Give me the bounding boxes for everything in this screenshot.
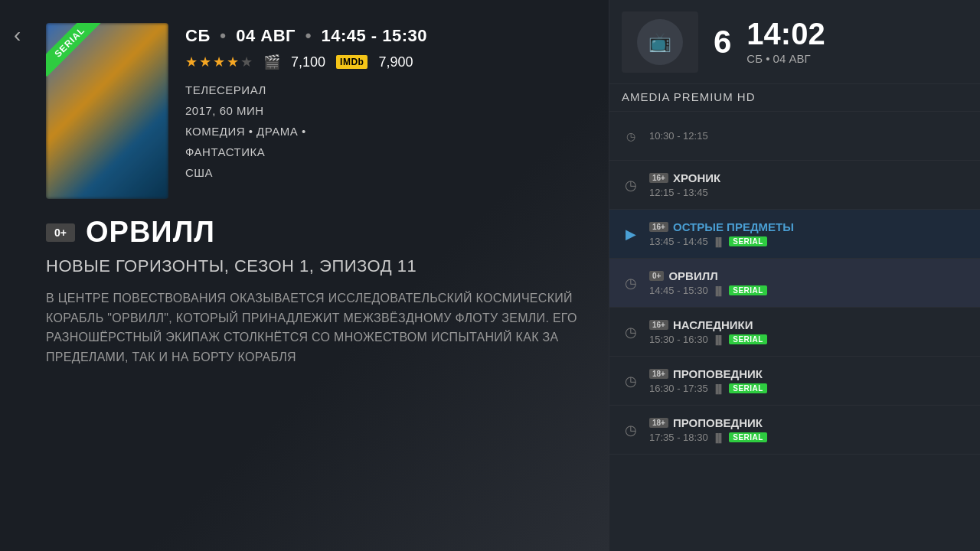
photo-icon: ▐▌	[713, 384, 725, 393]
clock-icon: ◷	[620, 174, 642, 196]
serial-tag: SERIAL	[729, 285, 767, 295]
genre-block: ТЕЛЕСЕРИАЛ 2017, 60 МИН КОМЕДИЯ • ДРАМА …	[185, 80, 586, 183]
sched-time: 14:45 - 15:30	[649, 285, 708, 296]
sched-time-line: 17:35 - 18:30 ▐▌ SERIAL	[649, 432, 969, 443]
schedule-list[interactable]: ◷ 10:30 - 12:15 ◷ 16+ ХРОНИК 12:15 - 13:…	[609, 112, 980, 551]
dot1: •	[220, 26, 226, 45]
show-title: ОРВИЛЛ	[86, 216, 215, 249]
genre-sub: ФАНТАСТИКА	[185, 142, 586, 162]
right-panel: 📺 6 14:02 СБ • 04 АВГ AMEDIA PREMIUM HD …	[609, 0, 980, 551]
serial-tag: SERIAL	[729, 432, 767, 442]
sched-title-line: 0+ ОРВИЛЛ	[649, 269, 969, 282]
broadcast-day: СБ	[185, 26, 211, 45]
schedule-item[interactable]: ◷ 16+ ХРОНИК 12:15 - 13:45	[609, 161, 980, 210]
top-section: SERIAL СБ • 04 АВГ • 14:45 - 15:30 ★ ★ ★…	[46, 23, 586, 199]
sched-time: 17:35 - 18:30	[649, 432, 708, 443]
sched-age-badge: 0+	[649, 271, 664, 281]
sched-time-line: 15:30 - 16:30 ▐▌ SERIAL	[649, 334, 969, 345]
schedule-item[interactable]: ◷ 18+ ПРОПОВЕДНИК 17:35 - 18:30 ▐▌ SERIA…	[609, 406, 980, 455]
title-line: 0+ ОРВИЛЛ	[46, 216, 586, 249]
star-3: ★	[213, 54, 225, 70]
sched-age-badge: 18+	[649, 369, 668, 379]
back-button[interactable]: ‹	[14, 23, 21, 47]
sched-age-badge: 16+	[649, 173, 668, 183]
schedule-item[interactable]: ◷ 10:30 - 12:15	[609, 112, 980, 161]
sched-title: ОРВИЛЛ	[668, 269, 717, 282]
star-2: ★	[199, 54, 211, 70]
sched-time: 16:30 - 17:35	[649, 383, 708, 394]
sched-age-badge: 16+	[649, 222, 668, 232]
poster: SERIAL	[46, 23, 168, 199]
sched-time-line: 13:45 - 14:45 ▐▌ SERIAL	[649, 236, 969, 247]
clock-icon: ◷	[620, 419, 642, 441]
sched-time-line: 16:30 - 17:35 ▐▌ SERIAL	[649, 383, 969, 394]
serial-tag: SERIAL	[729, 334, 767, 344]
sched-title: ПРОПОВЕДНИК	[673, 367, 763, 380]
sched-content: 18+ ПРОПОВЕДНИК 17:35 - 18:30 ▐▌ SERIAL	[649, 416, 969, 443]
clock-icon: ◷	[620, 370, 642, 392]
sched-time: 12:15 - 13:45	[649, 187, 708, 198]
schedule-item[interactable]: ◷ 18+ ПРОПОВЕДНИК 16:30 - 17:35 ▐▌ SERIA…	[609, 357, 980, 406]
sched-age-badge: 16+	[649, 320, 668, 330]
sched-time-line: 12:15 - 13:45	[649, 187, 969, 198]
current-time: 14:02	[746, 18, 968, 49]
schedule-item[interactable]: ◷ 0+ ОРВИЛЛ 14:45 - 15:30 ▐▌ SERIAL	[609, 259, 980, 308]
sched-title-line: 16+ ХРОНИК	[649, 171, 969, 184]
sched-title-line: 18+ ПРОПОВЕДНИК	[649, 416, 969, 429]
channel-logo-icon: 📺	[637, 19, 683, 65]
broadcast-time-start: 14:45	[321, 26, 366, 45]
broadcast-time-end: 15:30	[382, 26, 427, 45]
meta-block: СБ • 04 АВГ • 14:45 - 15:30 ★ ★ ★ ★ ★ 🎬 …	[185, 23, 586, 199]
channel-number: 6	[698, 24, 746, 60]
episode-title: НОВЫЕ ГОРИЗОНТЫ, СЕЗОН 1, ЭПИЗОД 11	[46, 256, 586, 276]
sched-content: 16+ ХРОНИК 12:15 - 13:45	[649, 171, 969, 198]
left-panel: ‹ SERIAL СБ • 04 АВГ • 14:45 - 15:30 ★	[0, 0, 609, 551]
sched-title: ПРОПОВЕДНИК	[673, 416, 763, 429]
photo-icon: ▐▌	[713, 433, 725, 442]
genre-country: США	[185, 162, 586, 183]
sched-content: 18+ ПРОПОВЕДНИК 16:30 - 17:35 ▐▌ SERIAL	[649, 367, 969, 394]
channel-logo: 📺	[622, 11, 698, 73]
serial-tag: SERIAL	[729, 236, 767, 246]
genre-year-dur: 2017, 60 МИН	[185, 100, 586, 121]
genre-genres: КОМЕДИЯ • ДРАМА •	[185, 121, 586, 142]
channel-time-info: 14:02 СБ • 04 АВГ	[746, 18, 968, 65]
photo-icon: ▐▌	[713, 237, 725, 246]
sched-time-line: 10:30 - 12:15	[649, 130, 969, 142]
sched-content: 16+ НАСЛЕДНИКИ 15:30 - 16:30 ▐▌ SERIAL	[649, 318, 969, 345]
broadcast-date: 04 АВГ	[236, 26, 296, 45]
sched-title: ХРОНИК	[673, 171, 720, 184]
schedule-item[interactable]: ▶ 16+ ОСТРЫЕ ПРЕДМЕТЫ 13:45 - 14:45 ▐▌ S…	[609, 210, 980, 259]
serial-tag: SERIAL	[729, 383, 767, 393]
serial-badge-wrap: SERIAL	[46, 23, 107, 84]
sched-time: 15:30 - 16:30	[649, 334, 708, 345]
sched-time: 10:30 - 12:15	[649, 130, 708, 142]
sched-title-line: 18+ ПРОПОВЕДНИК	[649, 367, 969, 380]
dot2: •	[305, 26, 312, 45]
imdb-badge: IMDb	[336, 55, 368, 69]
star-5: ★	[240, 54, 253, 70]
sched-title-line: 16+ НАСЛЕДНИКИ	[649, 318, 969, 331]
sched-content: 16+ ОСТРЫЕ ПРЕДМЕТЫ 13:45 - 14:45 ▐▌ SER…	[649, 220, 969, 247]
sched-age-badge: 18+	[649, 418, 668, 428]
sched-title: ОСТРЫЕ ПРЕДМЕТЫ	[673, 220, 794, 233]
schedule-item[interactable]: ◷ 16+ НАСЛЕДНИКИ 15:30 - 16:30 ▐▌ SERIAL	[609, 308, 980, 357]
star-4: ★	[227, 54, 239, 70]
photo-icon: ▐▌	[713, 335, 725, 344]
current-date: СБ • 04 АВГ	[746, 52, 968, 65]
imdb-value: 7,900	[378, 54, 413, 70]
clock-icon: ◷	[620, 321, 642, 343]
channel-name: AMEDIA PREMIUM HD	[609, 84, 980, 112]
sched-time-line: 14:45 - 15:30 ▐▌ SERIAL	[649, 285, 969, 296]
description-text: В ЦЕНТРЕ ПОВЕСТВОВАНИЯ ОКАЗЫВАЕТСЯ ИССЛЕ…	[46, 289, 586, 367]
photo-icon: ▐▌	[713, 286, 725, 295]
star-1: ★	[185, 54, 198, 70]
sched-title: НАСЛЕДНИКИ	[673, 318, 753, 331]
film-icon: 🎬	[263, 54, 280, 70]
channel-header: 📺 6 14:02 СБ • 04 АВГ	[609, 0, 980, 84]
sched-content: 0+ ОРВИЛЛ 14:45 - 15:30 ▐▌ SERIAL	[649, 269, 969, 296]
stars: ★ ★ ★ ★ ★	[185, 54, 253, 70]
broadcast-line: СБ • 04 АВГ • 14:45 - 15:30	[185, 26, 586, 46]
genre-type: ТЕЛЕСЕРИАЛ	[185, 80, 586, 100]
sched-content: 10:30 - 12:15	[649, 130, 969, 142]
